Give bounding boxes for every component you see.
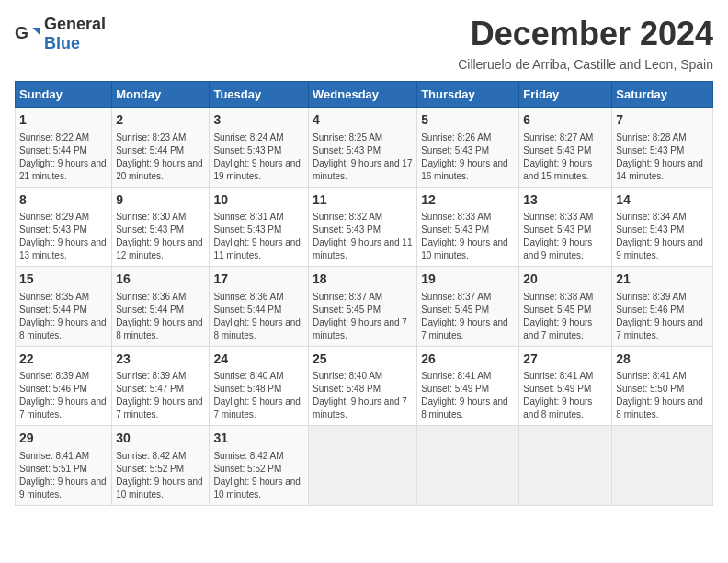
sunrise-label: Sunrise: 8:41 AM: [19, 451, 89, 461]
sunset-label: Sunset: 5:47 PM: [116, 384, 184, 394]
daylight-label: Daylight: 9 hours and 8 minutes.: [213, 317, 301, 340]
day-number: 2: [116, 111, 205, 130]
sunrise-label: Sunrise: 8:32 AM: [313, 212, 382, 222]
sunrise-label: Sunrise: 8:39 AM: [116, 371, 186, 381]
daylight-label: Daylight: 9 hours and 10 minutes.: [213, 477, 301, 500]
sunrise-label: Sunrise: 8:40 AM: [213, 371, 283, 381]
sunset-label: Sunset: 5:52 PM: [213, 464, 281, 474]
day-number: 22: [19, 350, 108, 369]
svg-text:G: G: [15, 23, 28, 42]
cell-content: Sunrise: 8:42 AM Sunset: 5:52 PM Dayligh…: [213, 450, 304, 501]
calendar-cell: 16 Sunrise: 8:36 AM Sunset: 5:44 PM Dayl…: [112, 267, 210, 347]
sunset-label: Sunset: 5:43 PM: [19, 224, 87, 235]
sunset-label: Sunset: 5:43 PM: [116, 224, 184, 235]
sunrise-label: Sunrise: 8:37 AM: [313, 292, 382, 302]
calendar-cell: 25 Sunrise: 8:40 AM Sunset: 5:48 PM Dayl…: [309, 346, 417, 426]
day-number: 20: [523, 270, 608, 289]
day-number: 14: [616, 191, 709, 210]
sunset-label: Sunset: 5:43 PM: [616, 224, 684, 235]
cell-content: Sunrise: 8:39 AM Sunset: 5:47 PM Dayligh…: [116, 370, 205, 421]
sunset-label: Sunset: 5:45 PM: [421, 304, 489, 315]
cell-content: Sunrise: 8:25 AM Sunset: 5:43 PM Dayligh…: [313, 132, 413, 183]
sunrise-label: Sunrise: 8:27 AM: [523, 132, 593, 143]
sunrise-label: Sunrise: 8:24 AM: [213, 132, 283, 143]
day-number: 30: [116, 430, 205, 448]
calendar-cell: 21 Sunrise: 8:39 AM Sunset: 5:46 PM Dayl…: [612, 267, 713, 347]
sunset-label: Sunset: 5:46 PM: [19, 384, 87, 394]
calendar-cell: 18 Sunrise: 8:37 AM Sunset: 5:45 PM Dayl…: [309, 267, 417, 347]
day-number: 16: [116, 270, 205, 289]
daylight-label: Daylight: 9 hours and 7 minutes.: [523, 317, 592, 340]
sunrise-label: Sunrise: 8:28 AM: [616, 132, 686, 143]
calendar-cell: 30 Sunrise: 8:42 AM Sunset: 5:52 PM Dayl…: [112, 426, 210, 506]
col-saturday: Saturday: [612, 82, 713, 108]
sunrise-label: Sunrise: 8:33 AM: [523, 212, 593, 222]
cell-content: Sunrise: 8:36 AM Sunset: 5:44 PM Dayligh…: [213, 291, 304, 342]
cell-content: Sunrise: 8:37 AM Sunset: 5:45 PM Dayligh…: [421, 291, 515, 342]
calendar-cell: 3 Sunrise: 8:24 AM Sunset: 5:43 PM Dayli…: [210, 108, 309, 188]
sunrise-label: Sunrise: 8:41 AM: [523, 371, 593, 381]
day-number: 21: [616, 270, 709, 289]
calendar-cell: 14 Sunrise: 8:34 AM Sunset: 5:43 PM Dayl…: [612, 187, 713, 267]
sunset-label: Sunset: 5:52 PM: [116, 464, 184, 474]
sunrise-label: Sunrise: 8:36 AM: [213, 292, 283, 302]
cell-content: Sunrise: 8:41 AM Sunset: 5:49 PM Dayligh…: [523, 370, 608, 421]
daylight-label: Daylight: 9 hours and 8 minutes.: [523, 396, 592, 419]
calendar-cell: 31 Sunrise: 8:42 AM Sunset: 5:52 PM Dayl…: [210, 426, 309, 506]
sunset-label: Sunset: 5:43 PM: [213, 224, 281, 235]
weekday-header-row: Sunday Monday Tuesday Wednesday Thursday…: [16, 82, 713, 108]
cell-content: Sunrise: 8:33 AM Sunset: 5:43 PM Dayligh…: [421, 211, 515, 262]
daylight-label: Daylight: 9 hours and 7 minutes.: [616, 317, 703, 340]
sunset-label: Sunset: 5:43 PM: [313, 224, 381, 235]
cell-content: Sunrise: 8:39 AM Sunset: 5:46 PM Dayligh…: [19, 370, 108, 421]
calendar-cell: [417, 426, 519, 506]
calendar-cell: 12 Sunrise: 8:33 AM Sunset: 5:43 PM Dayl…: [417, 187, 519, 267]
calendar-cell: 10 Sunrise: 8:31 AM Sunset: 5:43 PM Dayl…: [210, 187, 309, 267]
sunrise-label: Sunrise: 8:39 AM: [19, 371, 89, 381]
day-number: 17: [213, 270, 304, 289]
calendar-cell: [612, 426, 713, 506]
cell-content: Sunrise: 8:32 AM Sunset: 5:43 PM Dayligh…: [313, 211, 413, 262]
cell-content: Sunrise: 8:38 AM Sunset: 5:45 PM Dayligh…: [523, 291, 608, 342]
calendar-cell: 13 Sunrise: 8:33 AM Sunset: 5:43 PM Dayl…: [519, 187, 612, 267]
daylight-label: Daylight: 9 hours and 11 minutes.: [313, 237, 412, 260]
day-number: 3: [213, 111, 304, 130]
daylight-label: Daylight: 9 hours and 8 minutes.: [19, 317, 107, 340]
day-number: 8: [19, 191, 108, 210]
day-number: 28: [616, 350, 709, 369]
daylight-label: Daylight: 9 hours and 16 minutes.: [421, 158, 508, 181]
cell-content: Sunrise: 8:40 AM Sunset: 5:48 PM Dayligh…: [213, 370, 304, 421]
sunset-label: Sunset: 5:50 PM: [616, 384, 684, 394]
cell-content: Sunrise: 8:41 AM Sunset: 5:51 PM Dayligh…: [19, 450, 108, 501]
title-block: December 2024: [471, 15, 713, 53]
calendar-week-row: 15 Sunrise: 8:35 AM Sunset: 5:44 PM Dayl…: [16, 267, 713, 347]
sunset-label: Sunset: 5:45 PM: [523, 304, 591, 315]
calendar-cell: [519, 426, 612, 506]
day-number: 12: [421, 191, 515, 210]
sunset-label: Sunset: 5:43 PM: [421, 224, 489, 235]
sunset-label: Sunset: 5:49 PM: [421, 384, 489, 394]
calendar-cell: 1 Sunrise: 8:22 AM Sunset: 5:44 PM Dayli…: [16, 108, 112, 188]
daylight-label: Daylight: 9 hours and 9 minutes.: [523, 237, 592, 260]
calendar-cell: 4 Sunrise: 8:25 AM Sunset: 5:43 PM Dayli…: [309, 108, 417, 188]
daylight-label: Daylight: 9 hours and 7 minutes.: [421, 317, 508, 340]
sunrise-label: Sunrise: 8:33 AM: [421, 212, 491, 222]
sunrise-label: Sunrise: 8:42 AM: [213, 451, 283, 461]
cell-content: Sunrise: 8:29 AM Sunset: 5:43 PM Dayligh…: [19, 211, 108, 262]
sunrise-label: Sunrise: 8:26 AM: [421, 132, 491, 143]
sunset-label: Sunset: 5:44 PM: [19, 145, 87, 155]
sunset-label: Sunset: 5:44 PM: [116, 145, 184, 155]
day-number: 4: [313, 111, 413, 130]
day-number: 24: [213, 350, 304, 369]
sunset-label: Sunset: 5:44 PM: [213, 304, 281, 315]
calendar-cell: 28 Sunrise: 8:41 AM Sunset: 5:50 PM Dayl…: [612, 346, 713, 426]
calendar-cell: 23 Sunrise: 8:39 AM Sunset: 5:47 PM Dayl…: [112, 346, 210, 426]
sunset-label: Sunset: 5:48 PM: [213, 384, 281, 394]
cell-content: Sunrise: 8:41 AM Sunset: 5:50 PM Dayligh…: [616, 370, 709, 421]
svg-marker-1: [32, 28, 40, 36]
calendar-cell: 11 Sunrise: 8:32 AM Sunset: 5:43 PM Dayl…: [309, 187, 417, 267]
sunset-label: Sunset: 5:45 PM: [313, 304, 381, 315]
cell-content: Sunrise: 8:23 AM Sunset: 5:44 PM Dayligh…: [116, 132, 205, 183]
day-number: 7: [616, 111, 709, 130]
col-monday: Monday: [112, 82, 210, 108]
